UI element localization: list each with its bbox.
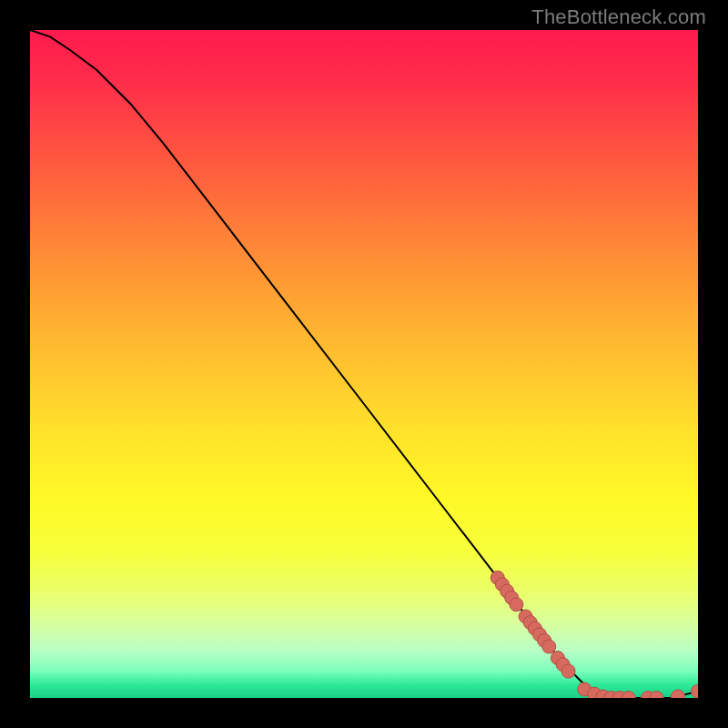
data-point: [510, 598, 523, 612]
data-point: [692, 684, 699, 698]
data-point: [672, 690, 685, 698]
plot-area: [30, 30, 698, 698]
watermark-text: TheBottleneck.com: [531, 5, 706, 29]
chart-frame: TheBottleneck.com: [0, 0, 728, 728]
data-point: [542, 640, 556, 653]
data-points: [490, 571, 698, 698]
bottleneck-curve: [30, 30, 698, 698]
data-point: [561, 664, 575, 678]
chart-svg: [30, 30, 698, 698]
